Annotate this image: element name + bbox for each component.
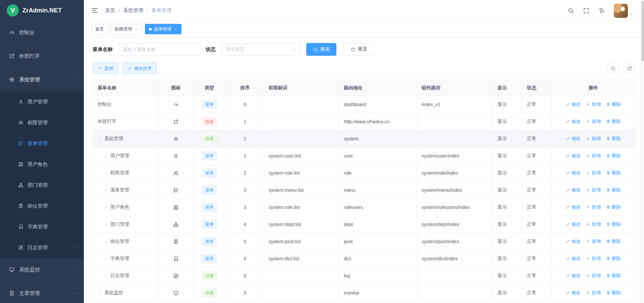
row-action-delete[interactable]: 删除 (606, 273, 621, 279)
row-action-add[interactable]: 新增 (586, 101, 601, 107)
expand-row-toggle[interactable] (104, 154, 108, 158)
app-logo[interactable]: V ZrAdmin.NET (0, 0, 84, 21)
user-menu[interactable] (614, 4, 634, 18)
sidebar-item-article[interactable]: 文章管理 (0, 282, 84, 303)
row-action-delete[interactable]: 删除 (606, 119, 621, 125)
refresh-circle-button[interactable] (624, 62, 635, 74)
search-button[interactable]: 搜索 (306, 43, 336, 56)
row-action-delete[interactable]: 删除 (606, 136, 621, 142)
sidebar-toggle-button[interactable] (91, 7, 98, 14)
tab-home[interactable]: 首页 (91, 24, 108, 34)
row-action-delete[interactable]: 删除 (606, 221, 621, 227)
row-action-delete[interactable]: 删除 (606, 187, 621, 193)
sidebar-item-monitor[interactable]: 系统监控 (0, 258, 84, 282)
status-select[interactable]: 菜单状态 (221, 43, 301, 56)
route-cell: log (339, 267, 417, 285)
badge-icon (18, 203, 23, 209)
sidebar-item-dashboard[interactable]: 控制台 (0, 21, 84, 44)
tab-role[interactable]: 权限管理 (111, 24, 142, 34)
fullscreen-button[interactable] (583, 7, 590, 14)
close-icon[interactable] (174, 27, 177, 31)
row-action-edit[interactable]: 修改 (566, 136, 581, 142)
expand-row-toggle[interactable] (104, 205, 108, 210)
icon-cell (159, 285, 193, 302)
row-action-add[interactable]: 新增 (586, 170, 601, 176)
row-action-add[interactable]: 新增 (586, 256, 601, 262)
actions-cell: 修改新增删除 (552, 113, 635, 130)
trash-icon (606, 239, 610, 244)
tab-menu[interactable]: 菜单管理 (145, 24, 181, 34)
row-action-add[interactable]: 新增 (586, 119, 601, 125)
menu-name-input[interactable] (118, 43, 200, 56)
sidebar-item-label: 系统监控 (19, 266, 40, 273)
row-action-add[interactable]: 新增 (586, 221, 601, 227)
row-action-edit[interactable]: 修改 (566, 101, 581, 107)
row-action-edit[interactable]: 修改 (566, 273, 581, 279)
breadcrumb-separator: / (147, 8, 148, 13)
row-action-label: 修改 (572, 101, 581, 107)
row-action-edit[interactable]: 修改 (566, 170, 581, 176)
sidebar-item-roleusers[interactable]: 用户角色 (0, 154, 84, 175)
font-size-button[interactable] (598, 7, 605, 14)
row-action-delete[interactable]: 删除 (606, 256, 621, 262)
tab-label: 首页 (95, 26, 104, 32)
row-action-add[interactable]: 新增 (586, 136, 601, 142)
row-action-edit[interactable]: 修改 (566, 239, 581, 245)
breadcrumb-item[interactable]: 系统管理 (123, 7, 143, 14)
collapse-row-toggle[interactable] (98, 137, 102, 141)
reset-button[interactable]: 重置 (344, 43, 374, 56)
search-circle-button[interactable] (607, 62, 619, 74)
expand-row-toggle[interactable] (104, 171, 108, 175)
expand-row-toggle[interactable] (104, 274, 108, 278)
row-action-add[interactable]: 新增 (586, 239, 601, 245)
close-icon[interactable] (135, 27, 138, 31)
sidebar-item-system[interactable]: 系统管理 (0, 68, 84, 91)
row-action-add[interactable]: 新增 (586, 204, 601, 210)
row-action-edit[interactable]: 修改 (566, 290, 581, 296)
sidebar-item-menu[interactable]: 菜单管理 (0, 133, 84, 154)
visible-cell: 显示 (493, 216, 522, 233)
row-action-edit[interactable]: 修改 (566, 204, 581, 210)
row-action-delete[interactable]: 删除 (606, 170, 621, 176)
row-action-delete[interactable]: 删除 (606, 101, 621, 107)
user-avatar[interactable] (614, 4, 628, 18)
expand-row-toggle[interactable] (104, 222, 108, 227)
row-action-add[interactable]: 新增 (586, 273, 601, 279)
row-action-add[interactable]: 新增 (586, 290, 601, 296)
sidebar-item-external[interactable]: 外部打开 (0, 44, 84, 68)
sidebar-item-log[interactable]: 日志管理 (0, 237, 84, 258)
edit-sort-button[interactable]: 修改排序 (122, 62, 157, 74)
plus-icon (586, 291, 590, 295)
row-action-delete[interactable]: 删除 (606, 204, 621, 210)
sidebar-item-post[interactable]: 岗位管理 (0, 196, 84, 216)
row-action-add[interactable]: 新增 (586, 153, 601, 159)
row-action-edit[interactable]: 修改 (566, 221, 581, 227)
sidebar-item-role[interactable]: 权限管理 (0, 112, 84, 133)
expand-row-toggle[interactable] (104, 240, 108, 244)
visible-cell: 显示 (493, 233, 522, 250)
sidebar-item-dict[interactable]: 字典管理 (0, 216, 84, 237)
scrollbar-thumb[interactable] (642, 1, 644, 61)
row-action-delete[interactable]: 删除 (606, 290, 621, 296)
row-action-edit[interactable]: 修改 (566, 153, 581, 159)
sidebar-item-user[interactable]: 用户管理 (0, 91, 84, 112)
menu-name-cell: 用户管理 (93, 147, 159, 165)
add-button[interactable]: 新增 (93, 62, 118, 74)
search-button[interactable] (568, 7, 574, 14)
expand-row-toggle[interactable] (104, 188, 108, 192)
row-action-edit[interactable]: 修改 (566, 256, 581, 262)
sidebar-item-dept[interactable]: 部门管理 (0, 175, 84, 196)
row-action-delete[interactable]: 删除 (606, 239, 621, 245)
expand-row-toggle[interactable] (104, 257, 108, 261)
trash-icon (606, 222, 610, 226)
row-action-edit[interactable]: 修改 (566, 119, 581, 125)
breadcrumb-item[interactable]: 首页 (105, 7, 115, 14)
gauge-icon (9, 30, 15, 36)
sort-cell: 0 (226, 96, 264, 113)
edit-pen-icon (566, 154, 570, 158)
row-action-add[interactable]: 新增 (586, 187, 601, 193)
row-action-delete[interactable]: 删除 (606, 153, 621, 159)
expand-row-toggle[interactable] (98, 291, 102, 295)
row-action-edit[interactable]: 修改 (566, 187, 581, 193)
row-action-label: 删除 (612, 290, 621, 296)
